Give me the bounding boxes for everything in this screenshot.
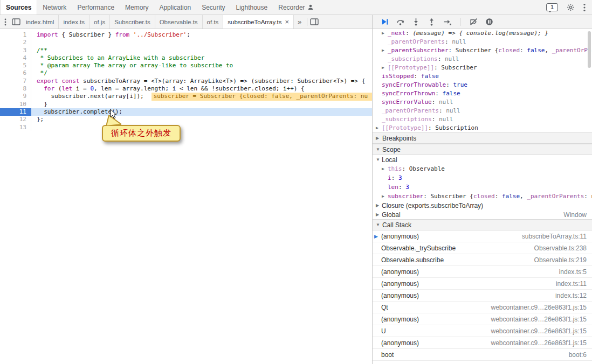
pause-on-exceptions-button[interactable] bbox=[485, 18, 493, 26]
file-tab-index-html[interactable]: index.html bbox=[22, 15, 59, 29]
file-tab-label: index.ts bbox=[63, 19, 85, 25]
line-number-11[interactable]: 11 bbox=[0, 108, 31, 116]
property-row-parentsubscriber[interactable]: ▶_parentSubscriber: Subscriber {closed: … bbox=[373, 46, 592, 55]
scope-group-local[interactable]: ▼Local bbox=[373, 155, 592, 164]
step-over-button[interactable] bbox=[396, 18, 404, 26]
breakpoints-section-header[interactable]: ▶ Breakpoints bbox=[373, 132, 592, 144]
file-tab-subscribetoarray-ts[interactable]: subscribeToArray.ts× bbox=[223, 15, 294, 29]
call-stack-section-header[interactable]: ▼ Call Stack bbox=[373, 219, 592, 230]
panel-tab-sources[interactable]: Sources bbox=[0, 0, 37, 15]
deactivate-breakpoints-button[interactable] bbox=[469, 18, 478, 26]
file-tab-label: Subscriber.ts bbox=[114, 19, 150, 25]
scrollbar-thumb[interactable] bbox=[588, 31, 591, 68]
line-number-8[interactable]: 8 bbox=[0, 85, 31, 93]
call-stack-frame-1[interactable]: Observable._trySubscribeObservable.ts:23… bbox=[373, 242, 592, 254]
more-tabs-button[interactable]: » bbox=[294, 18, 305, 26]
devtools-main-toolbar: SourcesNetworkPerformanceMemoryApplicati… bbox=[0, 0, 592, 15]
call-stack-frame-10[interactable]: bootboot:6 bbox=[373, 349, 592, 361]
section-title: Breakpoints bbox=[382, 135, 416, 142]
property-row-len: len: 3 bbox=[373, 183, 592, 192]
line-number-13[interactable]: 13 bbox=[0, 124, 31, 131]
code-line-9[interactable]: 9 subscriber.next(array[i]);subscriber =… bbox=[0, 93, 372, 100]
step-button[interactable] bbox=[443, 18, 451, 26]
line-number-9[interactable]: 9 bbox=[0, 93, 31, 100]
property-row-next[interactable]: ▶_next: (message) => { console.log(messa… bbox=[373, 29, 592, 38]
panel-tab-performance[interactable]: Performance bbox=[72, 0, 120, 15]
settings-button[interactable] bbox=[567, 3, 575, 11]
line-number-1[interactable]: 1 bbox=[0, 31, 31, 39]
scope-group-value: Window bbox=[563, 211, 592, 219]
call-stack-frame-7[interactable]: (anonymous)webcontainer.c9…26e863f1.js:1… bbox=[373, 313, 592, 325]
code-line-11[interactable]: 11 subscriber.complete(); bbox=[0, 108, 372, 116]
line-number-2[interactable]: 2 bbox=[0, 39, 31, 46]
file-tab-index-ts[interactable]: index.ts bbox=[59, 15, 90, 29]
editor-more-options-button[interactable] bbox=[0, 15, 11, 29]
settings-gear-icon bbox=[567, 3, 575, 11]
panel-tab-network[interactable]: Network bbox=[37, 0, 72, 15]
scope-group-global[interactable]: ▶GlobalWindow bbox=[373, 210, 592, 219]
scope-section-header[interactable]: ▼ Scope bbox=[373, 144, 592, 155]
toggle-debugger-sidebar-button[interactable] bbox=[309, 15, 320, 29]
code-line-13[interactable]: 13 bbox=[0, 124, 372, 131]
property-row-subscriptions: _subscriptions: null bbox=[373, 55, 592, 64]
code-line-8[interactable]: 8 for (let i = 0, len = array.length; i … bbox=[0, 85, 372, 93]
show-navigator-button[interactable] bbox=[11, 15, 22, 29]
code-line-6[interactable]: 6 */ bbox=[0, 69, 372, 77]
resume-button[interactable] bbox=[380, 18, 389, 26]
line-number-4[interactable]: 4 bbox=[0, 54, 31, 62]
panel-tab-memory[interactable]: Memory bbox=[120, 0, 154, 15]
call-stack-frame-2[interactable]: Observable.subscribeObservable.ts:219 bbox=[373, 254, 592, 266]
code-line-12[interactable]: 12}; bbox=[0, 116, 372, 123]
toolbar-divider bbox=[460, 18, 460, 26]
code-line-7[interactable]: 7export const subscribeToArray = <T>(arr… bbox=[0, 78, 372, 85]
tabbar-divider bbox=[307, 18, 307, 26]
line-number-5[interactable]: 5 bbox=[0, 62, 31, 69]
panel-tab-label: Lighthouse bbox=[236, 4, 268, 11]
scope-group-closure-exports-subscribetoarray[interactable]: ▶Closure (exports.subscribeToArray) bbox=[373, 201, 592, 210]
file-tab-subscriber-ts[interactable]: Subscriber.ts bbox=[110, 15, 155, 29]
code-line-10[interactable]: 10 } bbox=[0, 101, 372, 108]
devtools-menu-button[interactable] bbox=[583, 3, 586, 12]
code-editor[interactable]: 1import { Subscriber } from '../Subscrib… bbox=[0, 29, 372, 364]
panel-tab-recorder[interactable]: Recorder bbox=[273, 0, 318, 15]
call-stack-frame-4[interactable]: (anonymous)index.ts:11 bbox=[373, 278, 592, 290]
code-line-2[interactable]: 2 bbox=[0, 39, 372, 46]
code-line-4[interactable]: 4 * Subscribes to an ArrayLike with a su… bbox=[0, 54, 372, 62]
panel-tab-lighthouse[interactable]: Lighthouse bbox=[231, 0, 273, 15]
call-stack-frame-0[interactable]: ▶(anonymous)subscribeToArray.ts:11 bbox=[373, 230, 592, 242]
file-tab-of-js[interactable]: of.js bbox=[90, 15, 110, 29]
close-tab-icon[interactable]: × bbox=[285, 18, 289, 25]
frame-location: boot:6 bbox=[569, 351, 587, 359]
frame-location: index.ts:12 bbox=[555, 292, 587, 299]
line-number-10[interactable]: 10 bbox=[0, 101, 31, 108]
code-line-5[interactable]: 5 * @param array The array or array-like… bbox=[0, 62, 372, 69]
sources-editor-pane: index.htmlindex.tsof.jsSubscriber.tsObse… bbox=[0, 15, 373, 364]
line-number-7[interactable]: 7 bbox=[0, 78, 31, 85]
code-line-1[interactable]: 1import { Subscriber } from '../Subscrib… bbox=[0, 31, 372, 39]
property-row-subscriber[interactable]: ▶subscriber: Subscriber {closed: false, … bbox=[373, 192, 592, 201]
call-stack-frame-8[interactable]: Uwebcontainer.c9…26e863f1.js:15 bbox=[373, 325, 592, 337]
file-tab-of-ts[interactable]: of.ts bbox=[203, 15, 224, 29]
step-out-button[interactable] bbox=[427, 18, 436, 26]
property-name: len bbox=[388, 183, 398, 192]
property-name: _next bbox=[388, 29, 405, 38]
step-into-button[interactable] bbox=[411, 18, 420, 26]
step-icon bbox=[443, 18, 451, 26]
call-stack-frame-5[interactable]: (anonymous)index.ts:12 bbox=[373, 290, 592, 302]
call-stack-frame-3[interactable]: (anonymous)index.ts:5 bbox=[373, 266, 592, 278]
call-stack-frame-6[interactable]: Qtwebcontainer.c9…26e863f1.js:15 bbox=[373, 302, 592, 313]
property-name: i bbox=[388, 174, 391, 183]
file-tab-observable-ts[interactable]: Observable.ts bbox=[155, 15, 203, 29]
call-stack-frame-9[interactable]: (anonymous)webcontainer.c9…26e863f1.js:1… bbox=[373, 337, 592, 349]
property-row-parentorparents: _parentOrParents: null bbox=[373, 107, 592, 115]
panel-tab-security[interactable]: Security bbox=[196, 0, 230, 15]
console-messages-badge[interactable]: 1 bbox=[546, 3, 558, 11]
property-row-this[interactable]: ▶this: Observable bbox=[373, 164, 592, 173]
property-row-prototype[interactable]: ▶[[Prototype]]: Subscriber bbox=[373, 64, 592, 72]
panel-tab-application[interactable]: Application bbox=[154, 0, 196, 15]
code-line-3[interactable]: 3/** bbox=[0, 47, 372, 54]
line-number-3[interactable]: 3 bbox=[0, 47, 31, 54]
line-number-12[interactable]: 12 bbox=[0, 116, 31, 123]
line-number-6[interactable]: 6 bbox=[0, 69, 31, 77]
property-row-prototype[interactable]: ▶[[Prototype]]: Subscription bbox=[373, 124, 592, 132]
